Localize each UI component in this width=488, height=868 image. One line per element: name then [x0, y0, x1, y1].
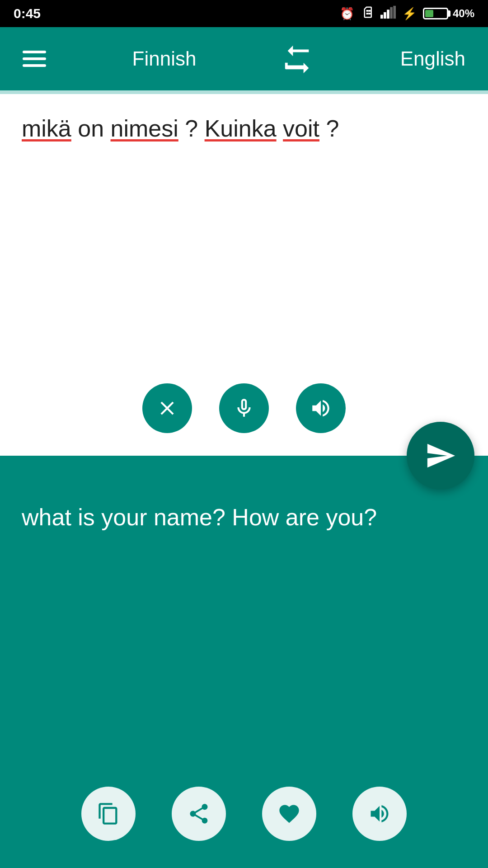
- svg-rect-8: [393, 5, 396, 18]
- status-bar: 0:45 ⏰ ⚡: [0, 0, 488, 27]
- battery-indicator: 40%: [423, 7, 474, 20]
- microphone-button[interactable]: [219, 383, 269, 433]
- toolbar: Finnish English: [0, 27, 488, 90]
- main-container: mikä on nimesi ? Kuinka voit ?: [0, 94, 488, 868]
- source-panel: mikä on nimesi ? Kuinka voit ?: [0, 94, 488, 456]
- source-text-area[interactable]: mikä on nimesi ? Kuinka voit ?: [0, 94, 488, 370]
- punct-q2: ?: [326, 115, 339, 142]
- battery-percent: 40%: [453, 7, 474, 20]
- status-icons: ⏰ ⚡: [340, 5, 474, 22]
- sim-icon: [361, 5, 374, 22]
- translated-text-area: what is your name? How are you?: [0, 456, 488, 773]
- word-nimesi: nimesi: [111, 115, 178, 142]
- target-language-button[interactable]: English: [400, 47, 465, 70]
- panel-divider: [0, 90, 488, 94]
- svg-rect-6: [387, 9, 389, 19]
- svg-rect-5: [384, 12, 386, 19]
- svg-rect-0: [366, 10, 368, 12]
- signal-icon: [380, 5, 396, 22]
- swap-languages-button[interactable]: [282, 43, 314, 75]
- word-mika: mikä: [22, 115, 71, 142]
- speak-translation-button[interactable]: [352, 787, 407, 841]
- translation-panel: what is your name? How are you?: [0, 456, 488, 868]
- copy-button[interactable]: [81, 787, 136, 841]
- status-time: 0:45: [14, 6, 41, 21]
- charging-icon: ⚡: [402, 7, 417, 21]
- menu-button[interactable]: [23, 51, 46, 67]
- speak-source-button[interactable]: [296, 383, 346, 433]
- translation-actions-bar: [0, 773, 488, 868]
- clear-button[interactable]: [142, 383, 192, 433]
- word-on: on: [78, 115, 110, 142]
- svg-rect-3: [368, 13, 371, 14]
- word-voit: voit: [283, 115, 319, 142]
- translate-button[interactable]: [407, 422, 474, 490]
- favorite-button[interactable]: [262, 787, 316, 841]
- punct-q1: ?: [185, 115, 204, 142]
- word-kuinka: Kuinka: [205, 115, 277, 142]
- svg-rect-7: [390, 7, 393, 18]
- source-language-button[interactable]: Finnish: [132, 47, 197, 70]
- svg-rect-4: [380, 14, 383, 19]
- svg-rect-1: [368, 10, 371, 12]
- share-button[interactable]: [172, 787, 226, 841]
- alarm-icon: ⏰: [340, 7, 354, 21]
- svg-rect-2: [366, 13, 368, 14]
